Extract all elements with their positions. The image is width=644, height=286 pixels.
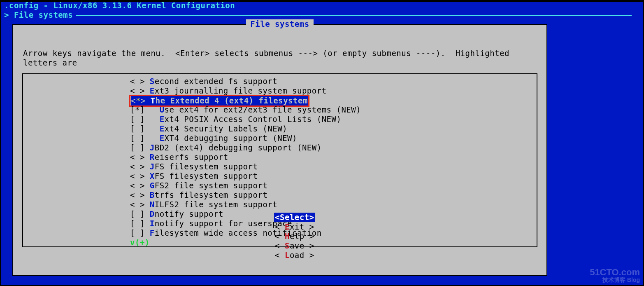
btn-hotkey: L (285, 251, 290, 260)
btn-pre: < (275, 222, 285, 231)
option-label: eiserfs support (155, 152, 228, 162)
breadcrumb-rule (76, 15, 632, 16)
option-state: [ ] (130, 134, 160, 143)
option-state: [ ] (130, 143, 150, 152)
btn-hotkey: H (285, 232, 290, 241)
option-label: XT4 debugging support (NEW) (165, 134, 297, 143)
option-state: < > (130, 190, 150, 199)
option-row[interactable]: [ ] JBD2 (ext4) debugging support (NEW) (130, 143, 537, 152)
option-hotkey: E (160, 134, 165, 143)
load-button[interactable]: < Load > (275, 251, 314, 260)
breadcrumb-arrow: > (4, 10, 14, 19)
option-hotkey: J (150, 162, 155, 171)
option-row[interactable]: [ ] Ext4 POSIX Access Control Lists (NEW… (130, 115, 537, 124)
option-row[interactable]: < > Second extended fs support (130, 77, 537, 86)
option-state: [*] (130, 105, 160, 114)
option-label: he Extended 4 (ext4) filesystem (156, 96, 308, 105)
btn-post: ave > (290, 241, 314, 250)
option-row[interactable]: < > Reiserfs support (130, 152, 537, 162)
select-button[interactable]: <Select> (274, 213, 315, 222)
option-hotkey: J (150, 143, 155, 152)
btn-pre: < (275, 232, 285, 241)
btn-hotkey: E (285, 222, 290, 231)
option-row[interactable]: [ ] EXT4 debugging support (NEW) (130, 134, 537, 143)
highlight-box: <*> The Extended 4 (ext4) filesystem (130, 96, 309, 106)
option-hotkey: S (150, 77, 155, 86)
option-label: trfs filesystem support (155, 190, 268, 199)
option-label: FS2 file system support (155, 181, 268, 190)
help-line: Arrow keys navigate the menu. <Enter> se… (23, 49, 537, 68)
option-label: BD2 (ext4) debugging support (NEW) (155, 143, 322, 152)
breadcrumb: > File systems (1, 10, 643, 20)
option-label: xt4 Security Labels (NEW) (165, 124, 287, 133)
option-state: < > (130, 86, 150, 95)
option-row[interactable]: < > GFS2 file system support (130, 181, 537, 190)
option-hotkey: U (160, 105, 165, 114)
btn-post: elp > (290, 232, 314, 241)
option-state: < > (130, 162, 150, 171)
breadcrumb-label: File systems (14, 10, 73, 19)
option-row[interactable]: < > Ext3 journalling file system support (130, 86, 537, 96)
menu-panel: File systems Arrow keys navigate the men… (12, 24, 547, 276)
option-row[interactable]: <*> The Extended 4 (ext4) filesystem (130, 96, 537, 105)
option-hotkey: X (150, 171, 155, 181)
btn-post: xit > (290, 222, 314, 231)
state-bracket: > (141, 96, 151, 105)
option-hotkey: B (150, 190, 155, 199)
option-label: FS filesystem support (155, 162, 258, 171)
option-hotkey: E (160, 115, 165, 124)
help-button[interactable]: < Help > (275, 232, 314, 241)
option-row[interactable]: < > XFS filesystem support (130, 171, 537, 181)
option-label: FS filesystem support (155, 171, 258, 181)
terminal-window: .config - Linux/x86 3.13.6 Kernel Config… (0, 0, 644, 286)
option-state: [ ] (130, 115, 160, 124)
selected-option[interactable]: <*> The Extended 4 (ext4) filesystem (131, 96, 308, 105)
option-label: econd extended fs support (155, 77, 277, 86)
option-label: xt3 journalling file system support (155, 86, 327, 95)
save-button[interactable]: < Save > (275, 241, 314, 251)
watermark-line1: 51CTO.com (590, 269, 640, 276)
option-state: < > (130, 171, 150, 181)
option-state: < > (130, 77, 150, 86)
option-state: < > (130, 181, 150, 190)
option-row[interactable]: [*] Use ext4 for ext2/ext3 file systems … (130, 105, 537, 115)
option-hotkey: E (160, 124, 165, 133)
option-hotkey: R (150, 152, 155, 162)
state-bracket: < (131, 96, 136, 105)
option-label: se ext4 for ext2/ext3 file systems (NEW) (165, 105, 361, 114)
option-hotkey: E (150, 86, 155, 95)
state-star: * (136, 96, 141, 105)
watermark: 51CTO.com 技术博客 Blog (590, 269, 640, 284)
btn-pre: < (275, 241, 285, 250)
option-row[interactable]: [ ] Ext4 Security Labels (NEW) (130, 124, 537, 134)
option-label: xt4 POSIX Access Control Lists (NEW) (165, 115, 342, 124)
option-row[interactable]: < > JFS filesystem support (130, 162, 537, 171)
btn-hotkey: S (285, 241, 290, 250)
btn-pre: < (275, 251, 285, 260)
exit-button[interactable]: < Exit > (275, 222, 314, 232)
btn-post: oad > (290, 251, 314, 260)
window-title: .config - Linux/x86 3.13.6 Kernel Config… (1, 1, 643, 10)
option-row[interactable]: < > Btrfs filesystem support (130, 190, 537, 200)
button-bar: <Select> < Exit > < Help > < Save > < Lo… (13, 203, 546, 270)
option-state: < > (130, 152, 150, 162)
option-hotkey: G (150, 181, 155, 190)
option-state: [ ] (130, 124, 160, 133)
option-hotkey: T (151, 96, 156, 105)
